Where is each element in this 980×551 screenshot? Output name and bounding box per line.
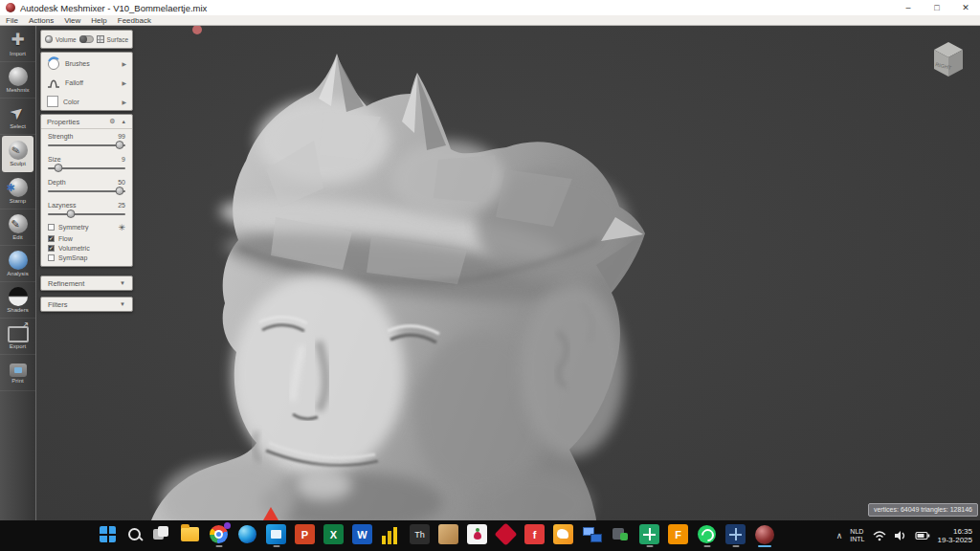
word-button[interactable]: W xyxy=(352,524,372,544)
raspberry-pi-imager-button[interactable] xyxy=(467,524,487,544)
sidebar-item-analysis[interactable]: Analysis xyxy=(0,246,35,282)
outlook-button[interactable] xyxy=(266,524,286,544)
freecad-button[interactable]: F xyxy=(668,524,688,544)
filters-title: Filters xyxy=(48,300,67,309)
green-app-button[interactable] xyxy=(639,524,659,544)
power-bi-button[interactable] xyxy=(381,524,401,544)
properties-header[interactable]: Properties ⚙ ▲ xyxy=(41,115,132,129)
excel-button[interactable]: X xyxy=(323,524,344,544)
minimize-button[interactable]: – xyxy=(894,0,923,15)
language-indicator[interactable]: NLD INTL xyxy=(850,528,864,543)
brushes-expand-icon[interactable]: ▶ xyxy=(122,60,126,67)
window-title: Autodesk Meshmixer - V10_Bommelaertje.mi… xyxy=(20,3,207,13)
filters-expand-icon[interactable]: ▼ xyxy=(120,301,125,307)
import-plus-icon: ✚ xyxy=(11,31,24,50)
sidebar-item-sculpt[interactable]: ✎ Sculpt xyxy=(2,136,33,172)
properties-panel: Properties ⚙ ▲ Strength 99 Size 9 xyxy=(40,114,133,267)
depth-slider[interactable] xyxy=(48,187,125,197)
whatsapp-button[interactable] xyxy=(697,524,717,544)
meshmixer-logo-icon xyxy=(6,3,15,12)
flow-row: Flow xyxy=(41,233,132,243)
sidebar-item-select[interactable]: ➤ Select xyxy=(0,99,35,135)
clock[interactable]: 16:35 19-3-2025 xyxy=(938,527,972,545)
lazyness-slider[interactable] xyxy=(48,209,125,220)
taskbar-icons: P X W Th f F xyxy=(98,524,774,544)
lazyness-slider-handle[interactable] xyxy=(67,209,76,218)
security-app-button[interactable] xyxy=(611,524,631,544)
start-button[interactable] xyxy=(98,524,118,544)
symsnap-label: SymSnap xyxy=(58,254,87,261)
edit-icon: ✎ xyxy=(9,214,28,233)
powerpoint-button[interactable]: P xyxy=(295,524,315,544)
sidebar-item-edit[interactable]: ✎ Edit xyxy=(0,209,35,246)
battery-icon[interactable] xyxy=(915,530,930,541)
flow-checkbox[interactable] xyxy=(48,235,55,242)
strength-slider[interactable] xyxy=(48,141,125,151)
refinement-panel[interactable]: Refinement ▼ xyxy=(40,276,133,291)
sidebar-item-meshmix[interactable]: Meshmix xyxy=(0,62,35,99)
tray-chevron-up-icon[interactable]: ∧ xyxy=(836,531,843,540)
shaders-sphere-icon xyxy=(9,287,28,306)
sidebar-item-stamp[interactable]: ✱ Stamp xyxy=(0,173,35,209)
bird-app-button[interactable] xyxy=(553,524,573,544)
close-button[interactable]: ✕ xyxy=(951,0,980,15)
symsnap-checkbox[interactable] xyxy=(48,254,55,261)
refinement-expand-icon[interactable]: ▼ xyxy=(120,280,125,286)
search-button[interactable] xyxy=(126,526,143,542)
sidebar-item-import[interactable]: ✚ Import xyxy=(0,26,35,62)
chrome-button[interactable] xyxy=(209,524,229,544)
sidebar-item-export[interactable]: ↗ Export xyxy=(0,319,35,355)
symmetry-plane-icon[interactable]: ✳ xyxy=(118,223,125,232)
color-row[interactable]: Color ▶ xyxy=(41,92,132,111)
f-app-button[interactable]: f xyxy=(524,524,545,544)
meshmix-sphere-icon xyxy=(9,67,28,86)
menu-view[interactable]: View xyxy=(64,15,80,26)
refinement-title: Refinement xyxy=(48,279,84,288)
gear-icon[interactable]: ⚙ xyxy=(109,118,115,125)
lazyness-label: Lazyness xyxy=(48,202,77,209)
size-slider[interactable] xyxy=(48,164,125,174)
depth-label: Depth xyxy=(48,179,66,186)
depth-slider-handle[interactable] xyxy=(115,187,123,195)
file-explorer-button[interactable] xyxy=(180,524,200,544)
surface-icon xyxy=(97,35,104,43)
volume-surface-switch[interactable] xyxy=(79,35,94,43)
sculpt-model-canvas[interactable] xyxy=(36,26,980,520)
size-value: 9 xyxy=(122,156,125,163)
view-cube[interactable]: RIGHT xyxy=(928,38,969,80)
strength-slider-handle[interactable] xyxy=(115,141,123,149)
size-label: Size xyxy=(48,156,61,163)
calculator-app-button[interactable] xyxy=(725,524,746,544)
filters-panel[interactable]: Filters ▼ xyxy=(40,297,133,312)
menu-file[interactable]: File xyxy=(6,15,18,26)
strength-value: 99 xyxy=(118,133,125,140)
edge-button[interactable] xyxy=(237,524,257,544)
sidebar-item-print[interactable]: Print xyxy=(0,355,35,391)
wifi-icon[interactable] xyxy=(873,530,886,541)
color-expand-icon[interactable]: ▶ xyxy=(122,99,126,105)
sculpt-brush-icon: ✎ xyxy=(9,141,28,160)
task-view-button[interactable] xyxy=(151,524,171,544)
size-slider-handle[interactable] xyxy=(55,164,63,172)
tan-app-button[interactable] xyxy=(438,524,458,544)
red-logo-app-button[interactable] xyxy=(496,524,516,544)
mesh-stats-badge: vertices: 64049 triangles: 128146 xyxy=(868,503,978,517)
menu-help[interactable]: Help xyxy=(91,15,106,26)
falloff-row[interactable]: Falloff ▶ xyxy=(41,73,132,92)
remote-desktop-button[interactable] xyxy=(582,524,602,544)
falloff-expand-icon[interactable]: ▶ xyxy=(122,79,126,86)
menu-actions[interactable]: Actions xyxy=(29,15,54,26)
3d-viewport[interactable]: Volume Surface Brushes ▶ Falloff ▶ xyxy=(36,26,980,520)
maximize-button[interactable]: □ xyxy=(923,0,951,15)
sidebar-item-shaders[interactable]: Shaders xyxy=(0,282,35,319)
brushes-sphere-icon xyxy=(47,56,60,70)
brushes-row[interactable]: Brushes ▶ xyxy=(41,54,132,73)
size-row: Size 9 xyxy=(41,152,132,174)
meshmixer-taskbar-button[interactable] xyxy=(754,524,774,544)
thonny-button[interactable]: Th xyxy=(410,524,430,544)
volumetric-checkbox[interactable] xyxy=(48,245,55,252)
collapse-icon[interactable]: ▲ xyxy=(122,119,126,124)
menu-feedback[interactable]: Feedback xyxy=(118,15,151,26)
volume-speaker-icon[interactable] xyxy=(894,530,907,541)
symmetry-checkbox[interactable] xyxy=(48,224,55,231)
